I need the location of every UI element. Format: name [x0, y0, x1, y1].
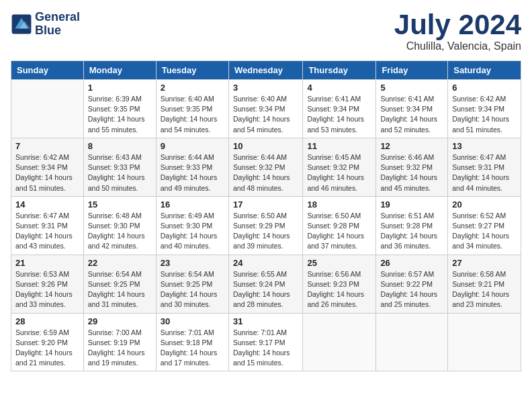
day-cell: 27Sunrise: 6:58 AMSunset: 9:21 PMDayligh… — [448, 255, 521, 313]
day-info: Sunrise: 6:54 AMSunset: 9:25 PMDaylight:… — [88, 269, 152, 310]
day-info: Sunrise: 6:41 AMSunset: 9:34 PMDaylight:… — [307, 94, 371, 135]
day-cell: 30Sunrise: 7:01 AMSunset: 9:18 PMDayligh… — [156, 313, 228, 371]
day-cell: 29Sunrise: 7:00 AMSunset: 9:19 PMDayligh… — [83, 313, 156, 371]
day-info: Sunrise: 6:55 AMSunset: 9:24 PMDaylight:… — [233, 269, 298, 310]
day-info: Sunrise: 6:48 AMSunset: 9:30 PMDaylight:… — [88, 211, 152, 252]
day-info: Sunrise: 6:51 AMSunset: 9:28 PMDaylight:… — [380, 211, 443, 252]
day-cell: 17Sunrise: 6:50 AMSunset: 9:29 PMDayligh… — [228, 196, 302, 255]
day-number: 4 — [307, 83, 371, 93]
header-sunday: Sunday — [11, 61, 84, 80]
day-number: 26 — [380, 258, 443, 268]
week-row-4: 21Sunrise: 6:53 AMSunset: 9:26 PMDayligh… — [11, 255, 521, 313]
day-cell — [303, 313, 376, 371]
day-number: 15 — [88, 199, 152, 210]
day-number: 29 — [88, 316, 152, 326]
day-number: 5 — [380, 83, 443, 93]
day-number: 24 — [233, 258, 298, 268]
day-number: 13 — [452, 141, 517, 151]
day-cell: 7Sunrise: 6:42 AMSunset: 9:34 PMDaylight… — [11, 138, 84, 196]
week-row-3: 14Sunrise: 6:47 AMSunset: 9:31 PMDayligh… — [11, 196, 521, 255]
day-cell: 2Sunrise: 6:40 AMSunset: 9:35 PMDaylight… — [156, 80, 228, 138]
day-info: Sunrise: 6:40 AMSunset: 9:35 PMDaylight:… — [161, 94, 224, 135]
day-number: 31 — [233, 316, 298, 326]
day-number: 8 — [88, 141, 152, 151]
day-number: 22 — [88, 258, 152, 268]
day-cell: 10Sunrise: 6:44 AMSunset: 9:32 PMDayligh… — [228, 138, 302, 196]
header-saturday: Saturday — [448, 61, 521, 80]
day-cell: 1Sunrise: 6:39 AMSunset: 9:35 PMDaylight… — [83, 80, 156, 138]
day-number: 25 — [307, 258, 371, 268]
day-cell: 3Sunrise: 6:40 AMSunset: 9:34 PMDaylight… — [228, 80, 302, 138]
day-cell: 6Sunrise: 6:42 AMSunset: 9:34 PMDaylight… — [448, 80, 521, 138]
day-info: Sunrise: 6:47 AMSunset: 9:31 PMDaylight:… — [15, 211, 79, 252]
day-cell: 18Sunrise: 6:50 AMSunset: 9:28 PMDayligh… — [303, 196, 376, 255]
day-cell: 14Sunrise: 6:47 AMSunset: 9:31 PMDayligh… — [11, 196, 84, 255]
day-info: Sunrise: 6:41 AMSunset: 9:34 PMDaylight:… — [380, 94, 443, 135]
title-area: July 2024 Chulilla, Valencia, Spain — [394, 11, 521, 52]
day-info: Sunrise: 6:40 AMSunset: 9:34 PMDaylight:… — [233, 94, 298, 135]
day-cell: 5Sunrise: 6:41 AMSunset: 9:34 PMDaylight… — [376, 80, 448, 138]
day-number: 23 — [161, 258, 224, 268]
day-cell: 4Sunrise: 6:41 AMSunset: 9:34 PMDaylight… — [303, 80, 376, 138]
day-info: Sunrise: 7:01 AMSunset: 9:18 PMDaylight:… — [161, 328, 224, 369]
logo-text: General Blue — [35, 11, 80, 38]
day-info: Sunrise: 6:50 AMSunset: 9:29 PMDaylight:… — [233, 211, 298, 252]
header-monday: Monday — [83, 61, 156, 80]
day-number: 17 — [233, 199, 298, 210]
logo-icon — [11, 13, 32, 35]
day-cell: 11Sunrise: 6:45 AMSunset: 9:32 PMDayligh… — [303, 138, 376, 196]
day-info: Sunrise: 6:44 AMSunset: 9:32 PMDaylight:… — [233, 152, 298, 193]
day-info: Sunrise: 7:01 AMSunset: 9:17 PMDaylight:… — [233, 328, 298, 369]
day-info: Sunrise: 6:43 AMSunset: 9:33 PMDaylight:… — [88, 152, 152, 193]
day-info: Sunrise: 6:47 AMSunset: 9:31 PMDaylight:… — [452, 152, 517, 193]
week-row-5: 28Sunrise: 6:59 AMSunset: 9:20 PMDayligh… — [11, 313, 521, 371]
day-number: 11 — [307, 141, 371, 151]
day-number: 7 — [15, 141, 79, 151]
day-cell: 13Sunrise: 6:47 AMSunset: 9:31 PMDayligh… — [448, 138, 521, 196]
day-cell: 22Sunrise: 6:54 AMSunset: 9:25 PMDayligh… — [83, 255, 156, 313]
day-info: Sunrise: 6:58 AMSunset: 9:21 PMDaylight:… — [452, 269, 517, 310]
header-friday: Friday — [376, 61, 448, 80]
day-info: Sunrise: 6:54 AMSunset: 9:25 PMDaylight:… — [161, 269, 224, 310]
logo: General Blue — [11, 11, 80, 38]
location-subtitle: Chulilla, Valencia, Spain — [394, 40, 521, 52]
day-cell: 23Sunrise: 6:54 AMSunset: 9:25 PMDayligh… — [156, 255, 228, 313]
day-number: 27 — [452, 258, 517, 268]
day-info: Sunrise: 6:39 AMSunset: 9:35 PMDaylight:… — [88, 94, 152, 135]
day-cell: 20Sunrise: 6:52 AMSunset: 9:27 PMDayligh… — [448, 196, 521, 255]
day-cell: 16Sunrise: 6:49 AMSunset: 9:30 PMDayligh… — [156, 196, 228, 255]
day-number: 1 — [88, 83, 152, 93]
day-info: Sunrise: 6:44 AMSunset: 9:33 PMDaylight:… — [161, 152, 224, 193]
day-cell: 12Sunrise: 6:46 AMSunset: 9:32 PMDayligh… — [376, 138, 448, 196]
week-row-2: 7Sunrise: 6:42 AMSunset: 9:34 PMDaylight… — [11, 138, 521, 196]
header-tuesday: Tuesday — [156, 61, 228, 80]
day-info: Sunrise: 6:57 AMSunset: 9:22 PMDaylight:… — [380, 269, 443, 310]
day-cell: 8Sunrise: 6:43 AMSunset: 9:33 PMDaylight… — [83, 138, 156, 196]
day-info: Sunrise: 6:59 AMSunset: 9:20 PMDaylight:… — [15, 328, 79, 369]
month-title: July 2024 — [394, 11, 521, 39]
day-cell: 25Sunrise: 6:56 AMSunset: 9:23 PMDayligh… — [303, 255, 376, 313]
header-row: SundayMondayTuesdayWednesdayThursdayFrid… — [11, 61, 521, 80]
day-number: 21 — [15, 258, 79, 268]
day-number: 9 — [161, 141, 224, 151]
day-info: Sunrise: 6:56 AMSunset: 9:23 PMDaylight:… — [307, 269, 371, 310]
week-row-1: 1Sunrise: 6:39 AMSunset: 9:35 PMDaylight… — [11, 80, 521, 138]
day-cell: 31Sunrise: 7:01 AMSunset: 9:17 PMDayligh… — [228, 313, 302, 371]
day-info: Sunrise: 6:42 AMSunset: 9:34 PMDaylight:… — [452, 94, 517, 135]
day-number: 10 — [233, 141, 298, 151]
day-number: 18 — [307, 199, 371, 210]
day-number: 6 — [452, 83, 517, 93]
day-info: Sunrise: 7:00 AMSunset: 9:19 PMDaylight:… — [88, 328, 152, 369]
day-number: 19 — [380, 199, 443, 210]
day-info: Sunrise: 6:46 AMSunset: 9:32 PMDaylight:… — [380, 152, 443, 193]
day-cell: 19Sunrise: 6:51 AMSunset: 9:28 PMDayligh… — [376, 196, 448, 255]
day-cell: 15Sunrise: 6:48 AMSunset: 9:30 PMDayligh… — [83, 196, 156, 255]
calendar-table: SundayMondayTuesdayWednesdayThursdayFrid… — [11, 60, 521, 371]
day-cell: 9Sunrise: 6:44 AMSunset: 9:33 PMDaylight… — [156, 138, 228, 196]
page-header: General Blue July 2024 Chulilla, Valenci… — [11, 11, 521, 52]
day-number: 14 — [15, 199, 79, 210]
day-number: 2 — [161, 83, 224, 93]
header-thursday: Thursday — [303, 61, 376, 80]
header-wednesday: Wednesday — [228, 61, 302, 80]
day-number: 16 — [161, 199, 224, 210]
